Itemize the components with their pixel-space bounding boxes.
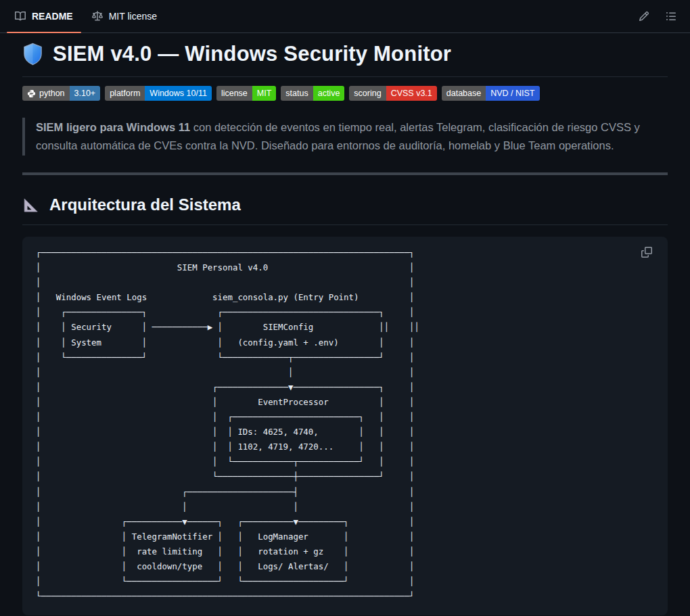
pencil-icon: [639, 11, 649, 22]
badge-scoring[interactable]: scoring CVSS v3.1: [349, 86, 436, 101]
badge-scoring-label: scoring: [349, 86, 386, 101]
badge-database-value: NVD / NIST: [486, 86, 539, 101]
tabbar-spacer: [166, 0, 630, 32]
book-icon: [15, 11, 26, 22]
badge-status-label: status: [281, 86, 313, 101]
badge-license-value: MIT: [252, 86, 277, 101]
readme-content: SIEM v4.0 — Windows Security Monitor pyt…: [0, 40, 690, 615]
triangle-ruler-icon: [22, 197, 39, 214]
badge-platform-value: Windows 10/11: [145, 86, 212, 101]
ascii-architecture-diagram: ┌───────────────────────────────────────…: [36, 245, 654, 604]
section-divider: [22, 172, 668, 175]
copy-icon: [641, 247, 652, 258]
edit-readme-button[interactable]: [630, 0, 658, 32]
badge-python-label: python: [39, 86, 65, 101]
architecture-code-block: ┌───────────────────────────────────────…: [22, 237, 668, 615]
intro-blockquote: SIEM ligero para Windows 11 con detecció…: [22, 118, 659, 156]
badge-python[interactable]: python 3.10+: [22, 86, 100, 101]
intro-lead: SIEM ligero para Windows 11: [36, 121, 190, 133]
architecture-section-title: Arquitectura del Sistema: [22, 193, 668, 225]
badge-python-value: 3.10+: [70, 86, 101, 101]
badge-database-label: database: [442, 86, 486, 101]
badge-platform-label: platform: [105, 86, 145, 101]
badge-status-value: active: [313, 86, 345, 101]
tab-mit-license[interactable]: MIT license: [83, 0, 166, 32]
tab-license-label: MIT license: [109, 11, 157, 22]
badge-license[interactable]: license MIT: [216, 86, 276, 101]
badge-status[interactable]: status active: [281, 86, 344, 101]
copy-code-button[interactable]: [641, 247, 652, 258]
architecture-section-title-text: Arquitectura del Sistema: [49, 193, 241, 216]
outline-button[interactable]: [658, 0, 685, 32]
badge-license-label: license: [216, 86, 252, 101]
page-title-text: SIEM v4.0 — Windows Security Monitor: [53, 40, 451, 68]
badge-row: python 3.10+ platform Windows 10/11 lice…: [22, 86, 668, 101]
tab-readme-label: README: [32, 11, 73, 22]
badge-python-label-seg: python: [22, 86, 70, 101]
tab-readme[interactable]: README: [5, 0, 83, 32]
python-logo-icon: [27, 89, 36, 98]
badge-database[interactable]: database NVD / NIST: [442, 86, 540, 101]
shield-icon: [22, 43, 43, 66]
badge-platform[interactable]: platform Windows 10/11: [105, 86, 212, 101]
page-title: SIEM v4.0 — Windows Security Monitor: [22, 40, 668, 77]
law-scales-icon: [92, 11, 103, 22]
list-icon: [666, 11, 676, 22]
badge-scoring-value: CVSS v3.1: [386, 86, 437, 101]
file-tab-bar: README MIT license: [0, 0, 690, 33]
